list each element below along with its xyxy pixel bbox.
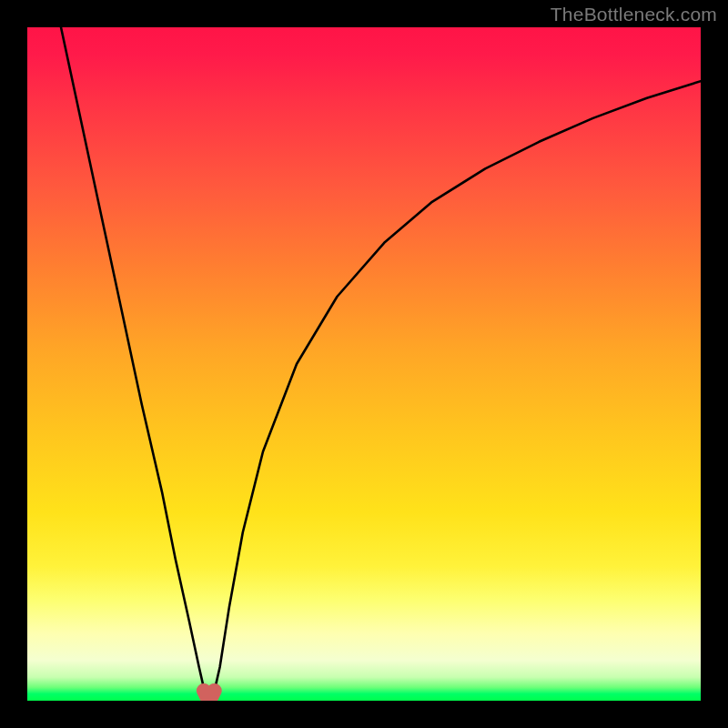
chart-frame: TheBottleneck.com xyxy=(0,0,728,728)
watermark-text: TheBottleneck.com xyxy=(551,4,717,25)
plot-area xyxy=(27,27,701,701)
curve-svg xyxy=(27,27,701,701)
optimal-marker-path xyxy=(204,691,215,697)
bottleneck-curve-path xyxy=(61,27,701,697)
